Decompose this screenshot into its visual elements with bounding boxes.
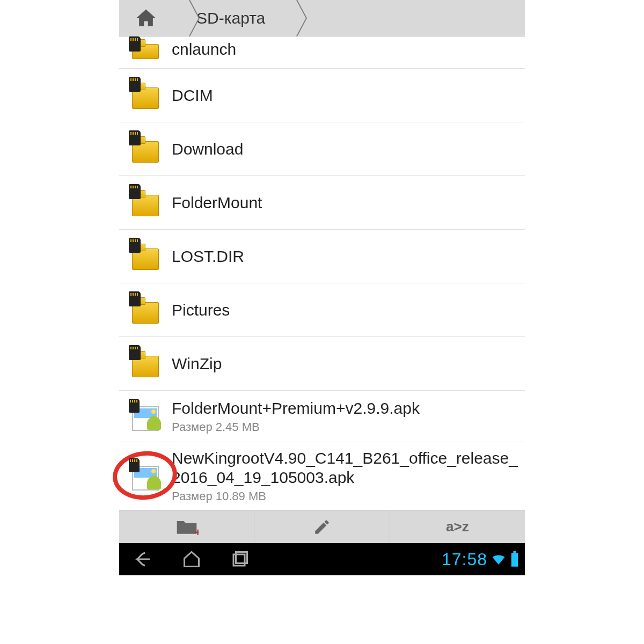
- item-name: Download: [172, 140, 521, 159]
- nav-home-button[interactable]: [167, 550, 216, 569]
- item-name: FolderMount+Premium+v2.9.9.apk: [172, 399, 521, 418]
- folder-icon: [132, 242, 161, 271]
- sd-badge-icon: [129, 238, 141, 253]
- edit-button[interactable]: [254, 510, 389, 543]
- list-item[interactable]: NewKingrootV4.90_C141_B261_office_releas…: [119, 442, 525, 510]
- battery-icon: [510, 551, 519, 567]
- item-name: DCIM: [172, 86, 521, 105]
- statusbar-time: 17:58: [442, 550, 491, 569]
- sd-badge-icon: [129, 130, 141, 145]
- pencil-icon: [313, 518, 331, 536]
- breadcrumb-home-button[interactable]: [119, 0, 173, 36]
- item-name: LOST.DIR: [172, 247, 521, 266]
- folder-icon: [132, 81, 161, 110]
- sort-label: a>z: [446, 518, 469, 535]
- app-frame: ВСЕ ДЛЯ АВТОСЕРВИСА АВТО СКАНЕРЫ f You W…: [119, 0, 525, 644]
- sort-button[interactable]: a>z: [390, 510, 525, 543]
- list-item[interactable]: WinZip: [119, 337, 525, 391]
- item-name: NewKingrootV4.90_C141_B261_office_releas…: [172, 449, 521, 487]
- recent-apps-icon: [230, 550, 250, 569]
- svg-text:+: +: [194, 526, 198, 536]
- back-icon: [134, 550, 153, 569]
- bottom-toolbar: + a>z: [119, 510, 525, 543]
- home-icon: [134, 6, 158, 30]
- sd-badge-icon: [129, 184, 141, 199]
- folder-icon: [132, 296, 161, 325]
- list-item[interactable]: Pictures: [119, 283, 525, 337]
- sd-badge-icon: [129, 399, 140, 413]
- list-item[interactable]: Download: [119, 122, 525, 176]
- new-folder-button[interactable]: +: [119, 510, 254, 543]
- breadcrumb-current-label: SD-карта: [196, 9, 265, 27]
- sd-badge-icon: [129, 36, 141, 52]
- item-size: Размер 2.45 MB: [172, 420, 521, 434]
- sd-badge-icon: [129, 345, 141, 360]
- item-name: FolderMount: [172, 193, 521, 213]
- item-name: WinZip: [172, 354, 521, 374]
- file-list[interactable]: cnlaunch DCIM Download: [119, 36, 525, 510]
- sd-badge-icon: [129, 291, 141, 306]
- apk-file-icon: [132, 462, 161, 491]
- list-item[interactable]: FolderMount: [119, 176, 525, 230]
- list-item[interactable]: LOST.DIR: [119, 230, 525, 283]
- nav-back-button[interactable]: [119, 550, 167, 569]
- item-size: Размер 10.89 MB: [172, 489, 521, 503]
- folder-icon: [132, 39, 161, 60]
- item-name: cnlaunch: [172, 40, 521, 59]
- folder-icon: [132, 188, 161, 217]
- svg-rect-9: [511, 553, 518, 567]
- nav-recent-button[interactable]: [216, 550, 264, 569]
- android-navbar: 17:58: [119, 543, 525, 575]
- svg-rect-10: [514, 551, 516, 553]
- wifi-icon: [491, 551, 507, 567]
- item-name: Pictures: [172, 301, 521, 320]
- folder-icon: [132, 349, 161, 378]
- folder-icon: [132, 135, 161, 164]
- sd-badge-icon: [129, 458, 140, 472]
- apk-file-icon: [132, 402, 161, 431]
- list-item[interactable]: cnlaunch: [119, 36, 525, 69]
- folder-plus-icon: +: [175, 518, 199, 536]
- home-outline-icon: [182, 550, 201, 569]
- list-item[interactable]: FolderMount+Premium+v2.9.9.apk Размер 2.…: [119, 391, 525, 442]
- breadcrumb: SD-карта: [119, 0, 525, 36]
- list-item[interactable]: DCIM: [119, 69, 525, 122]
- sd-badge-icon: [129, 77, 141, 92]
